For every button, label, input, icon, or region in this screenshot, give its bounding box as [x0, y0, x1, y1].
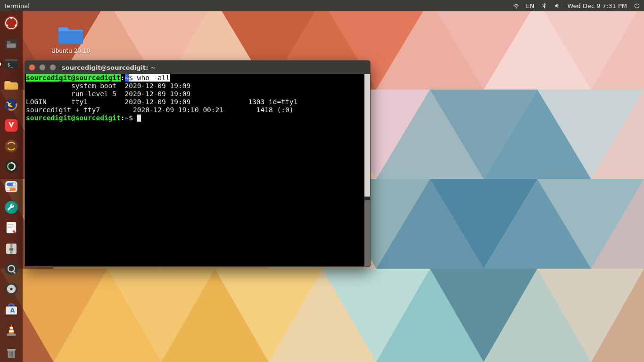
- desktop-folder-label: Ubuntu 20.10: [47, 48, 94, 54]
- dock-software-icon[interactable]: A: [2, 301, 21, 319]
- svg-rect-97: [11, 352, 12, 357]
- prompt-cwd: ~: [125, 114, 129, 122]
- window-close-button[interactable]: [29, 64, 35, 71]
- svg-rect-96: [9, 352, 10, 357]
- terminal-body[interactable]: sourcedigit@sourcedigit:~$ who -all syst…: [25, 74, 370, 266]
- dock-privacy-icon[interactable]: [2, 260, 21, 278]
- prompt-colon: :: [121, 74, 125, 82]
- dock-archive-icon[interactable]: [2, 239, 21, 257]
- window-minimize-button[interactable]: [39, 64, 46, 71]
- svg-rect-98: [12, 352, 13, 357]
- svg-point-72: [13, 183, 16, 186]
- output-line: sourcedigit + tty7 2020-12-09 19:10 00:2…: [26, 106, 293, 114]
- svg-point-88: [10, 288, 12, 290]
- wifi-icon[interactable]: [513, 2, 520, 9]
- svg-rect-62: [5, 59, 17, 61]
- terminal-window[interactable]: sourcedigit@sourcedigit: ~ sourcedigit@s…: [25, 60, 371, 267]
- dock-firefox-icon[interactable]: [2, 96, 21, 114]
- svg-rect-92: [9, 330, 14, 332]
- svg-rect-64: [5, 83, 18, 90]
- output-line: run-level 5 2020-12-09 19:09: [26, 90, 190, 98]
- dock-folder-icon[interactable]: [2, 75, 21, 93]
- svg-rect-59: [7, 41, 11, 43]
- svg-point-74: [7, 188, 10, 191]
- prompt-symbol: $: [129, 74, 133, 82]
- svg-rect-91: [10, 327, 13, 329]
- dock-disk-icon[interactable]: [2, 280, 21, 298]
- scrollbar-track-bottom: [364, 200, 370, 266]
- svg-rect-82: [9, 248, 14, 250]
- dock-toggle-icon[interactable]: [2, 178, 21, 196]
- dock-sync-icon[interactable]: [2, 137, 21, 155]
- bluetooth-icon[interactable]: [541, 2, 547, 9]
- svg-rect-93: [7, 334, 16, 336]
- dock-wrench-icon[interactable]: [2, 198, 21, 216]
- svg-text:A: A: [10, 307, 15, 314]
- dock-vivaldi-icon[interactable]: [2, 116, 21, 134]
- volume-icon[interactable]: [554, 2, 561, 9]
- desktop-folder[interactable]: Ubuntu 20.10: [47, 23, 94, 54]
- output-line: LOGIN tty1 2020-12-09 19:09 1303 id=tty1: [26, 98, 297, 106]
- clock-label[interactable]: Wed Dec 9 7:31 PM: [567, 2, 627, 9]
- terminal-scrollbar[interactable]: [364, 74, 370, 266]
- top-panel: Terminal EN Wed Dec 9 7:31 PM: [0, 0, 644, 11]
- svg-rect-77: [8, 224, 13, 225]
- svg-point-55: [10, 17, 12, 19]
- prompt-user: sourcedigit@sourcedigit: [26, 74, 121, 82]
- svg-rect-79: [8, 227, 12, 228]
- dock-dash-button[interactable]: [2, 14, 21, 32]
- command-text: who -all: [137, 74, 170, 82]
- terminal-title: sourcedigit@sourcedigit: ~: [62, 64, 156, 71]
- dock-terminal-icon[interactable]: $_: [2, 55, 21, 73]
- svg-point-56: [6, 25, 8, 26]
- keyboard-layout-indicator[interactable]: EN: [526, 2, 535, 9]
- svg-text:$_: $_: [7, 62, 13, 68]
- terminal-titlebar[interactable]: sourcedigit@sourcedigit: ~: [25, 61, 370, 74]
- svg-rect-60: [7, 43, 16, 48]
- prompt-cwd: ~: [125, 74, 129, 82]
- dock-notes-icon[interactable]: [2, 219, 21, 237]
- terminal-output[interactable]: sourcedigit@sourcedigit:~$ who -all syst…: [25, 74, 370, 122]
- output-line: system boot 2020-12-09 19:09: [26, 82, 190, 90]
- dock-vlc-icon[interactable]: [2, 321, 21, 339]
- power-icon[interactable]: [634, 2, 640, 9]
- window-maximize-button[interactable]: [50, 64, 56, 71]
- prompt-colon: :: [121, 114, 125, 122]
- prompt-user: sourcedigit@sourcedigit: [26, 114, 121, 122]
- prompt-symbol: $: [129, 114, 133, 122]
- scrollbar-thumb[interactable]: [364, 74, 370, 197]
- launcher-dock: $_ A: [0, 11, 23, 362]
- svg-point-68: [5, 160, 17, 173]
- terminal-cursor: [137, 115, 141, 122]
- svg-point-83: [5, 262, 17, 275]
- dock-camera-icon[interactable]: [2, 157, 21, 175]
- svg-rect-78: [8, 226, 13, 227]
- active-app-label: Terminal: [4, 2, 30, 9]
- dock-files-icon[interactable]: [2, 34, 21, 52]
- svg-rect-99: [58, 31, 83, 44]
- dock-trash-icon[interactable]: [2, 344, 21, 362]
- svg-point-57: [15, 25, 17, 26]
- svg-rect-95: [7, 349, 16, 351]
- svg-point-67: [5, 140, 17, 152]
